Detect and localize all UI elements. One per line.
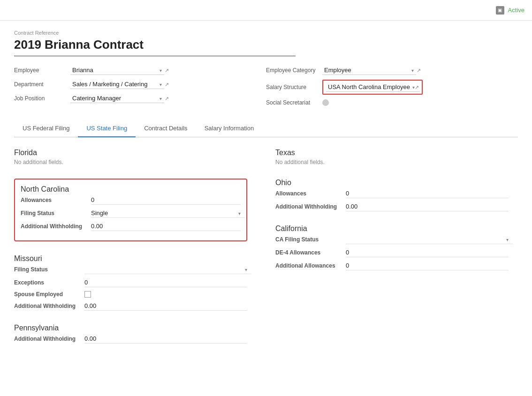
pennsylvania-section: Pennsylvania Additional Withholding 0.00 (14, 324, 247, 344)
mo-additional-withholding-value[interactable]: 0.00 (84, 301, 247, 311)
employee-label: Employee (14, 67, 70, 74)
salary-structure-field-row: Salary Structure USA North Carolina Empl… (266, 80, 518, 95)
ca-additional-allowances-row: Additional Allowances 0 (275, 261, 509, 270)
job-position-value-container: Catering Manager ▾ ↗ (70, 94, 266, 103)
nc-filing-status-select[interactable]: Single Married (91, 209, 245, 218)
oh-allowances-row: Allowances 0 (275, 189, 509, 198)
florida-title: Florida (14, 149, 247, 157)
employee-value-container: Brianna ▾ ↗ (70, 66, 266, 75)
pa-additional-withholding-row: Additional Withholding 0.00 (14, 334, 247, 344)
fields-grid: Employee Brianna ▾ ↗ Department Sales / … (14, 66, 518, 111)
pennsylvania-title: Pennsylvania (14, 324, 247, 332)
status-label: Active (508, 7, 524, 14)
texas-no-fields: No additional fields. (275, 159, 509, 165)
ca-de4-allowances-value[interactable]: 0 (346, 248, 509, 257)
north-carolina-title: North Carolina (21, 185, 241, 194)
mo-exceptions-label: Exceptions (14, 279, 84, 286)
mo-spouse-employed-checkbox[interactable] (84, 291, 91, 298)
salary-structure-external-link[interactable]: ↗ (415, 84, 419, 90)
fields-left: Employee Brianna ▾ ↗ Department Sales / … (14, 66, 266, 111)
ca-filing-status-row: CA Filing Status ▾ (275, 235, 509, 244)
department-field-row: Department Sales / Marketing / Catering … (14, 80, 266, 89)
salary-structure-highlighted: USA North Carolina Employee ▾ ↗ (322, 80, 423, 95)
ca-additional-allowances-value[interactable]: 0 (346, 261, 509, 270)
nc-additional-withholding-value[interactable]: 0.00 (91, 222, 241, 231)
california-title: California (275, 224, 509, 233)
oh-additional-withholding-label: Additional Withholding (275, 203, 346, 210)
employee-external-link[interactable]: ↗ (165, 67, 169, 74)
tab-us-federal-filing[interactable]: US Federal Filing (14, 120, 78, 137)
pa-additional-withholding-label: Additional Withholding (14, 336, 84, 342)
ca-filing-status-label: CA Filing Status (275, 236, 346, 243)
florida-no-fields: No additional fields. (14, 159, 247, 165)
fields-right: Employee Category Employee ▾ ↗ Salary St… (266, 66, 518, 111)
ca-additional-allowances-label: Additional Allowances (275, 262, 346, 269)
mo-exceptions-value[interactable]: 0 (84, 278, 247, 287)
employee-field-row: Employee Brianna ▾ ↗ (14, 66, 266, 75)
employee-value: Brianna (70, 66, 164, 75)
department-label: Department (14, 81, 70, 88)
nc-filing-status-label: Filing Status (21, 210, 91, 217)
ohio-title: Ohio (275, 179, 509, 187)
ca-de4-allowances-row: DE-4 Allowances 0 (275, 248, 509, 257)
social-secretariat-label: Social Secretariat (266, 99, 322, 106)
oh-allowances-label: Allowances (275, 190, 346, 197)
california-section: California CA Filing Status ▾ DE-4 Allow… (275, 224, 509, 270)
pa-additional-withholding-value[interactable]: 0.00 (84, 334, 247, 344)
nc-additional-withholding-row: Additional Withholding 0.00 (21, 222, 241, 231)
department-value: Sales / Marketing / Catering (70, 80, 164, 89)
oh-additional-withholding-value[interactable]: 0.00 (346, 202, 509, 211)
mo-filing-status-label: Filing Status (14, 266, 84, 273)
florida-section: Florida No additional fields. (14, 149, 247, 165)
tab-us-state-filing[interactable]: US State Filing (78, 120, 136, 137)
ca-filing-status-select[interactable] (346, 235, 513, 244)
mo-filing-status-select[interactable] (84, 265, 251, 274)
mo-filing-status-arrow: ▾ (245, 267, 247, 272)
employee-category-dropdown-arrow[interactable]: ▾ (411, 68, 414, 73)
texas-title: Texas (275, 149, 509, 157)
status-icon: ▣ (496, 6, 504, 15)
employee-category-external-link[interactable]: ↗ (417, 67, 421, 74)
main-content: Contract Reference 2019 Brianna Contract… (0, 21, 532, 366)
job-position-dropdown-arrow[interactable]: ▾ (160, 96, 162, 101)
employee-category-value-container: Employee ▾ ↗ (322, 66, 518, 75)
tabs-container: US Federal Filing US State Filing Contra… (14, 120, 518, 137)
job-position-value: Catering Manager (70, 94, 164, 103)
texas-section: Texas No additional fields. (275, 149, 509, 165)
employee-category-field-row: Employee Category Employee ▾ ↗ (266, 66, 518, 75)
nc-filing-status-row: Filing Status Single Married ▾ (21, 209, 241, 218)
department-external-link[interactable]: ↗ (165, 82, 169, 88)
employee-dropdown-arrow[interactable]: ▾ (160, 68, 162, 73)
nc-allowances-label: Allowances (21, 197, 91, 203)
tab-salary-information[interactable]: Salary Information (196, 120, 263, 137)
nc-filing-status-arrow: ▾ (238, 211, 241, 216)
employee-category-value: Employee (322, 66, 416, 75)
department-dropdown-arrow[interactable]: ▾ (160, 82, 162, 87)
mo-spouse-employed-label: Spouse Employed (14, 291, 84, 298)
page-title: 2019 Brianna Contract (14, 37, 296, 56)
missouri-title: Missouri (14, 254, 247, 263)
department-value-container: Sales / Marketing / Catering ▾ ↗ (70, 80, 266, 89)
mo-spouse-employed-row: Spouse Employed (14, 291, 247, 298)
tab-contract-details[interactable]: Contract Details (136, 120, 196, 137)
ca-filing-status-arrow: ▾ (506, 237, 509, 242)
top-bar: ▣ Active (0, 0, 532, 21)
oh-additional-withholding-row: Additional Withholding 0.00 (275, 202, 509, 211)
mo-filing-status-row: Filing Status ▾ (14, 265, 247, 274)
contract-ref-label: Contract Reference (14, 30, 518, 36)
salary-structure-value: USA North Carolina Employee (326, 82, 420, 92)
nc-allowances-value[interactable]: 0 (91, 195, 241, 205)
mo-additional-withholding-row: Additional Withholding 0.00 (14, 301, 247, 311)
nc-additional-withholding-label: Additional Withholding (21, 223, 91, 230)
employee-category-label: Employee Category (266, 67, 322, 74)
state-sections: Florida No additional fields. North Caro… (14, 149, 518, 357)
social-secretariat-field-row: Social Secretariat (266, 99, 518, 106)
north-carolina-section: North Carolina Allowances 0 Filing Statu… (14, 179, 247, 241)
left-state-col: Florida No additional fields. North Caro… (14, 149, 257, 357)
social-secretariat-toggle[interactable] (322, 99, 329, 106)
right-state-col: Texas No additional fields. Ohio Allowan… (275, 149, 518, 357)
job-position-label: Job Position (14, 95, 70, 102)
job-position-external-link[interactable]: ↗ (165, 96, 169, 102)
nc-allowances-row: Allowances 0 (21, 195, 241, 205)
oh-allowances-value[interactable]: 0 (346, 189, 509, 198)
